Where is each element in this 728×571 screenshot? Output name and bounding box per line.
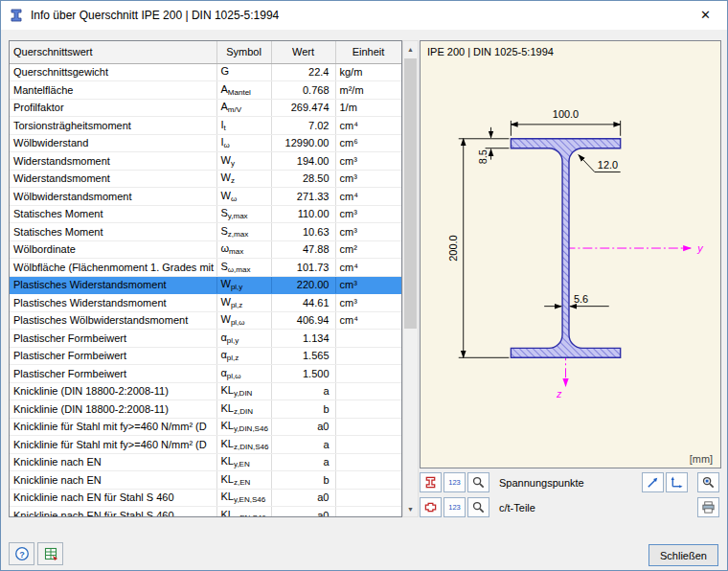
row-value[interactable]: 110.00 — [271, 205, 335, 223]
row-name[interactable]: Plastischer Formbeiwert — [10, 365, 216, 383]
table-row[interactable]: Statisches MomentSy,max110.00cm³ — [10, 205, 401, 223]
row-symbol[interactable]: G — [216, 63, 271, 81]
row-value[interactable]: 194.00 — [271, 152, 335, 171]
row-unit[interactable]: cm⁴ — [335, 117, 401, 135]
row-unit[interactable] — [335, 489, 401, 507]
row-name[interactable]: Knicklinie (DIN 18800-2:2008-11) — [10, 382, 216, 400]
row-symbol[interactable]: KLy,EN — [216, 453, 271, 471]
row-name[interactable]: Statisches Moment — [10, 223, 216, 241]
row-name[interactable]: Querschnittsgewicht — [10, 63, 216, 81]
row-name[interactable]: Widerstandsmoment — [10, 170, 216, 188]
row-unit[interactable] — [335, 453, 401, 471]
row-unit[interactable]: cm⁶ — [335, 134, 401, 152]
row-unit[interactable]: kg/m — [335, 63, 401, 81]
row-symbol[interactable]: Wpl,z — [216, 294, 271, 312]
row-unit[interactable]: cm³ — [335, 152, 401, 171]
row-symbol[interactable]: αpl,z — [216, 347, 271, 365]
row-symbol[interactable]: αpl,y — [216, 330, 271, 348]
row-symbol[interactable]: KLz,EN,S46 — [216, 507, 271, 518]
row-symbol[interactable]: AMantel — [216, 81, 271, 100]
row-value[interactable]: 0.768 — [271, 81, 335, 100]
row-symbol[interactable]: Sω,max — [216, 259, 271, 277]
row-unit[interactable]: cm³ — [335, 276, 401, 294]
help-button[interactable]: ? — [9, 542, 34, 565]
row-unit[interactable]: cm⁴ — [335, 188, 401, 206]
row-value[interactable]: 47.88 — [271, 240, 335, 259]
schliessen-button[interactable]: Schließen — [648, 544, 718, 566]
row-symbol[interactable]: Wy — [216, 152, 271, 171]
row-name[interactable]: Knicklinie nach EN — [10, 453, 216, 471]
stress-points-numbering-button[interactable]: 123 — [444, 472, 466, 492]
row-unit[interactable] — [335, 382, 401, 400]
row-unit[interactable] — [335, 400, 401, 419]
row-unit[interactable] — [335, 347, 401, 365]
row-symbol[interactable]: KLy,DIN,S46 — [216, 418, 271, 436]
row-unit[interactable]: cm⁴ — [335, 259, 401, 277]
row-value[interactable]: 1.565 — [271, 347, 335, 365]
row-value[interactable]: a0 — [271, 507, 335, 518]
row-value[interactable]: 7.02 — [271, 117, 335, 135]
row-value[interactable]: 101.73 — [271, 259, 335, 277]
table-row[interactable]: Plastischer Formbeiwertαpl,ω1.500 — [10, 365, 401, 383]
ct-parts-numbering-button[interactable]: 123 — [444, 497, 466, 517]
row-name[interactable]: Plastischer Formbeiwert — [10, 347, 216, 365]
row-symbol[interactable]: ωmax — [216, 240, 271, 259]
row-symbol[interactable]: KLy,EN,S46 — [216, 489, 271, 507]
row-symbol[interactable]: αpl,ω — [216, 365, 271, 383]
row-value[interactable]: a — [271, 382, 335, 400]
row-value[interactable]: 406.94 — [271, 311, 335, 330]
ct-parts-details-button[interactable] — [467, 497, 489, 517]
table-row[interactable]: Knicklinie für Stahl mit fy>=460 N/mm² (… — [10, 418, 401, 436]
row-unit[interactable] — [335, 330, 401, 348]
zoom-section-button[interactable] — [697, 472, 719, 492]
scrollbar-thumb[interactable] — [404, 58, 417, 329]
table-row[interactable]: Plastischer Formbeiwertαpl,z1.565 — [10, 347, 401, 365]
table-row[interactable]: WölbwiderstandIω12990.00cm⁶ — [10, 134, 401, 152]
table-row[interactable]: WiderstandsmomentWz28.50cm³ — [10, 170, 401, 188]
table-row[interactable]: Statisches MomentSz,max10.63cm³ — [10, 223, 401, 241]
rotate-section-button[interactable] — [642, 472, 664, 492]
row-name[interactable]: Plastisches Widerstandsmoment — [10, 276, 216, 294]
row-name[interactable]: Plastisches Wölbwiderstandsmoment — [10, 311, 216, 330]
row-name[interactable]: Wölbfläche (Flächenmoment 1. Grades mit — [10, 259, 216, 277]
row-name[interactable]: Widerstandsmoment — [10, 152, 216, 171]
table-row[interactable]: Plastisches WölbwiderstandsmomentWpl,ω40… — [10, 311, 401, 330]
row-name[interactable]: Profilfaktor — [10, 99, 216, 117]
row-unit[interactable]: cm³ — [335, 170, 401, 188]
row-symbol[interactable]: KLz,DIN — [216, 400, 271, 419]
row-symbol[interactable]: Iω — [216, 134, 271, 152]
table-row[interactable]: Knicklinie (DIN 18800-2:2008-11)KLz,DINb — [10, 400, 401, 419]
row-name[interactable]: Plastisches Widerstandsmoment — [10, 294, 216, 312]
row-value[interactable]: 28.50 — [271, 170, 335, 188]
scroll-down-icon[interactable]: ▼ — [403, 501, 418, 516]
row-name[interactable]: Knicklinie für Stahl mit fy>=460 N/mm² (… — [10, 418, 216, 436]
row-value[interactable]: 220.00 — [271, 276, 335, 294]
stress-points-toggle-button[interactable] — [420, 472, 442, 492]
table-row[interactable]: Plastischer Formbeiwertαpl,y1.134 — [10, 330, 401, 348]
row-unit[interactable] — [335, 507, 401, 518]
row-symbol[interactable]: Wz — [216, 170, 271, 188]
row-unit[interactable]: cm³ — [335, 294, 401, 312]
table-row[interactable]: Wölbfläche (Flächenmoment 1. Grades mitS… — [10, 259, 401, 277]
row-unit[interactable] — [335, 365, 401, 383]
row-value[interactable]: 22.4 — [271, 63, 335, 81]
row-value[interactable]: a — [271, 453, 335, 471]
export-button[interactable] — [37, 542, 63, 565]
table-row[interactable]: Knicklinie für Stahl mit fy>=460 N/mm² (… — [10, 436, 401, 454]
row-value[interactable]: 269.474 — [271, 99, 335, 117]
row-value[interactable]: 1.134 — [271, 330, 335, 348]
row-value[interactable]: b — [271, 400, 335, 419]
row-unit[interactable] — [335, 418, 401, 436]
row-name[interactable]: Wölbwiderstand — [10, 134, 216, 152]
row-value[interactable]: 1.500 — [271, 365, 335, 383]
table-row[interactable]: Knicklinie nach ENKLy,ENa — [10, 453, 401, 471]
table-row[interactable]: Knicklinie nach ENKLz,ENb — [10, 471, 401, 490]
row-value[interactable]: 12990.00 — [271, 134, 335, 152]
row-unit[interactable]: cm³ — [335, 223, 401, 241]
row-unit[interactable]: 1/m — [335, 99, 401, 117]
row-symbol[interactable]: Am/V — [216, 99, 271, 117]
row-unit[interactable] — [335, 471, 401, 490]
table-scrollbar[interactable]: ▲ ▼ — [402, 40, 419, 517]
row-unit[interactable]: cm³ — [335, 205, 401, 223]
row-name[interactable]: Knicklinie nach EN für Stahl S 460 — [10, 489, 216, 507]
